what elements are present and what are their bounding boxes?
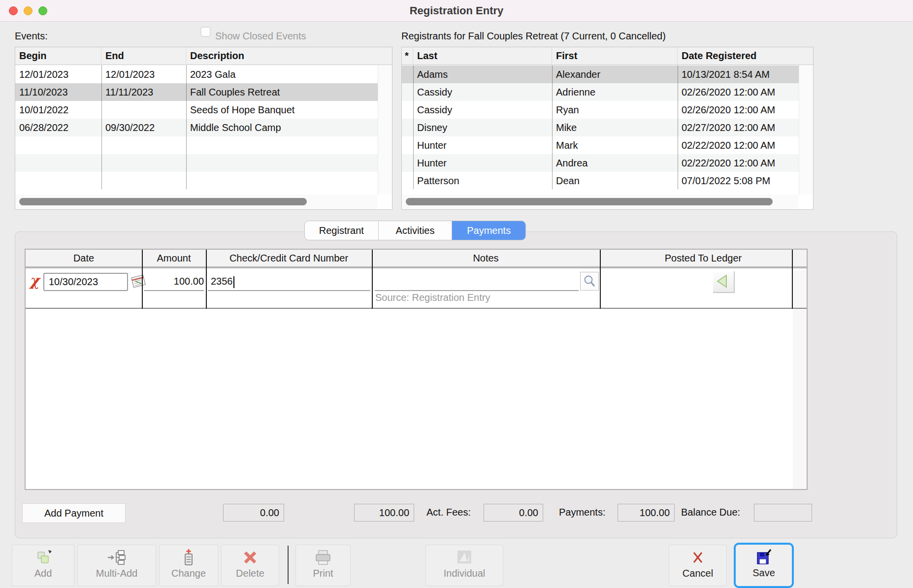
column-divider xyxy=(413,65,414,189)
table-cell xyxy=(101,172,186,190)
delete-x-icon xyxy=(222,547,279,568)
table-cell xyxy=(402,101,413,119)
payments-total-field: 100.00 xyxy=(618,504,675,522)
table-row[interactable]: DisneyMike02/27/2020 12:00 AM xyxy=(402,119,813,136)
cancel-x-icon xyxy=(669,547,726,568)
table-cell: 02/26/2020 12:00 AM xyxy=(678,101,813,119)
posted-to-ledger-button[interactable] xyxy=(713,271,735,293)
table-row[interactable]: PattersonDean07/01/2022 5:08 PM xyxy=(402,172,813,190)
column-header-end[interactable]: End xyxy=(101,47,186,65)
delete-button[interactable]: Delete xyxy=(221,545,279,586)
cancel-button[interactable]: Cancel xyxy=(669,545,727,586)
column-header-amount: Amount xyxy=(142,250,206,266)
table-row[interactable]: 11/10/202311/11/2023Fall Couples Retreat xyxy=(15,83,392,101)
table-cell xyxy=(15,154,101,172)
column-header-date-registered[interactable]: Date Registered xyxy=(678,47,813,65)
payment-date-input[interactable]: 10/30/2023 xyxy=(43,273,128,291)
table-cell xyxy=(402,172,413,190)
column-divider xyxy=(206,250,207,309)
table-cell: 2023 Gala xyxy=(186,65,392,83)
multi-add-button[interactable]: Multi-Add xyxy=(77,545,156,586)
window-title: Registration Entry xyxy=(0,4,913,17)
toolbar-separator xyxy=(288,546,289,584)
change-icon xyxy=(160,547,218,568)
column-divider xyxy=(186,65,187,189)
vertical-scrollbar-track[interactable] xyxy=(378,65,392,195)
table-row[interactable]: AdamsAlexander10/13/2021 8:54 AM xyxy=(402,65,813,83)
table-row[interactable] xyxy=(15,172,392,190)
table-row[interactable]: HunterMark02/22/2020 12:00 AM xyxy=(402,136,813,154)
table-cell: 12/01/2023 xyxy=(101,65,186,83)
table-cell: 11/11/2023 xyxy=(101,83,186,101)
payment-amount-input[interactable]: 100.00 xyxy=(144,273,204,291)
horizontal-scrollbar-thumb[interactable] xyxy=(406,198,773,205)
registrants-table-header: * Last First Date Registered xyxy=(402,47,813,65)
detail-tabbar: Registrant Activities Payments xyxy=(304,221,526,240)
tab-registrant[interactable]: Registrant xyxy=(305,221,379,240)
subtotal-left-field: 0.00 xyxy=(223,504,284,522)
vertical-scrollbar-track[interactable] xyxy=(799,65,813,195)
add-button[interactable]: Add xyxy=(12,545,74,586)
table-row[interactable]: CassidyRyan02/26/2020 12:00 AM xyxy=(402,101,813,119)
column-header-last[interactable]: Last xyxy=(413,47,552,65)
table-cell: Middle School Camp xyxy=(186,119,392,136)
column-header-description[interactable]: Description xyxy=(186,47,392,65)
tab-payments[interactable]: Payments xyxy=(452,221,525,240)
table-cell xyxy=(402,65,413,83)
vertical-scrollbar-track[interactable] xyxy=(793,270,807,489)
table-row[interactable]: 12/01/202312/01/20232023 Gala xyxy=(15,65,392,83)
magnifier-icon xyxy=(583,274,596,288)
add-payment-button[interactable]: Add Payment xyxy=(22,503,126,523)
table-row[interactable]: 06/28/202209/30/2022Middle School Camp xyxy=(15,119,392,136)
table-row[interactable]: 10/01/2022Seeds of Hope Banquet xyxy=(15,101,392,119)
payment-check-number-input[interactable]: 2356 xyxy=(208,273,370,291)
horizontal-scrollbar-thumb[interactable] xyxy=(19,198,307,205)
balance-due-field xyxy=(754,504,812,522)
table-cell: Cassidy xyxy=(413,101,552,119)
column-divider xyxy=(678,65,678,189)
table-cell: 09/30/2022 xyxy=(101,119,186,136)
table-cell: 07/01/2022 5:08 PM xyxy=(678,172,813,190)
tab-activities[interactable]: Activities xyxy=(379,221,453,240)
text-caret xyxy=(233,276,234,288)
table-cell xyxy=(402,119,413,136)
table-cell xyxy=(186,154,392,172)
table-cell: 12/01/2023 xyxy=(15,65,101,83)
table-row[interactable] xyxy=(15,136,392,154)
table-row[interactable] xyxy=(15,154,392,172)
column-header-notes: Notes xyxy=(372,250,600,266)
table-cell xyxy=(15,172,101,190)
column-divider xyxy=(792,250,793,309)
column-header-first[interactable]: First xyxy=(552,47,678,65)
check-number-value: 2356 xyxy=(211,276,233,287)
printer-icon xyxy=(296,547,350,568)
show-closed-checkbox[interactable] xyxy=(200,27,211,37)
table-cell xyxy=(186,136,392,154)
table-cell: Hunter xyxy=(413,136,552,154)
horizontal-scrollbar-track[interactable] xyxy=(15,195,377,209)
column-header-begin[interactable]: Begin xyxy=(15,47,101,65)
add-icon xyxy=(12,547,74,568)
table-cell: 10/01/2022 xyxy=(15,101,101,119)
print-button[interactable]: Print xyxy=(295,545,351,586)
table-cell: Disney xyxy=(413,119,552,136)
registrants-table-body: AdamsAlexander10/13/2021 8:54 AMCassidyA… xyxy=(402,65,813,190)
individual-button[interactable]: Individual xyxy=(425,545,503,586)
table-cell xyxy=(101,101,186,119)
events-table: Begin End Description 12/01/202312/01/20… xyxy=(15,47,392,210)
table-cell xyxy=(402,83,413,101)
horizontal-scrollbar-track[interactable] xyxy=(402,195,798,209)
events-label: Events: xyxy=(15,31,48,42)
save-button[interactable]: Save xyxy=(734,543,794,588)
column-header-star[interactable]: * xyxy=(402,47,413,65)
table-row[interactable]: HunterAndrea02/22/2020 12:00 AM xyxy=(402,154,813,172)
notes-search-button[interactable] xyxy=(580,272,599,291)
payment-notes-input[interactable] xyxy=(375,273,579,291)
table-row[interactable]: CassidyAdrienne02/26/2020 12:00 AM xyxy=(402,83,813,101)
column-header-check-number: Check/Credit Card Number xyxy=(206,250,372,266)
table-cell: Adrienne xyxy=(552,83,678,101)
change-button[interactable]: Change xyxy=(159,545,218,586)
table-cell: Cassidy xyxy=(413,83,552,101)
delete-payment-icon[interactable]: χ xyxy=(30,273,39,288)
table-cell xyxy=(101,136,186,154)
